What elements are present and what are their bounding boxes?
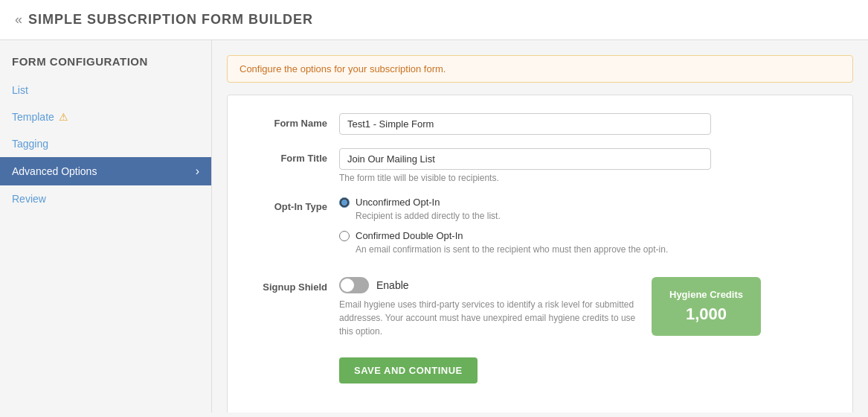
form-title-input[interactable]	[339, 148, 711, 170]
page-title: SIMPLE SUBSCRIPTION FORM BUILDER	[28, 12, 313, 28]
save-button-wrapper: SAVE AND CONTINUE	[339, 351, 478, 383]
back-icon[interactable]: «	[15, 12, 22, 28]
signup-shield-label: Signup Shield	[242, 277, 339, 293]
sidebar-item-template[interactable]: Template ⚠	[0, 104, 211, 130]
optin-type-label: Opt-In Type	[242, 197, 339, 212]
optin-confirmed-radio[interactable]	[339, 231, 350, 241]
save-row: SAVE AND CONTINUE	[242, 351, 838, 383]
sidebar: FORM CONFIGURATION List Template ⚠ Taggi…	[0, 40, 212, 413]
form-title-label: Form Title	[242, 148, 339, 164]
sidebar-item-advanced-left: Advanced Options	[12, 165, 97, 177]
sidebar-item-list[interactable]: List	[0, 77, 211, 104]
sidebar-item-tagging[interactable]: Tagging	[0, 130, 211, 157]
sidebar-item-advanced-options[interactable]: Advanced Options ›	[0, 157, 211, 185]
form-name-label: Form Name	[242, 113, 339, 129]
toggle-row: Enable	[339, 277, 637, 293]
optin-confirmed-option[interactable]: Confirmed Double Opt-In	[339, 230, 711, 241]
signup-shield-row: Signup Shield Enable Email hygiene uses …	[242, 277, 838, 338]
sidebar-section-title: FORM CONFIGURATION	[0, 55, 211, 77]
page-header: « SIMPLE SUBSCRIPTION FORM BUILDER	[0, 0, 868, 40]
sidebar-item-template-left: Template ⚠	[12, 111, 68, 123]
signup-shield-toggle[interactable]	[339, 277, 369, 293]
chevron-right-icon: ›	[196, 165, 199, 178]
form-name-field	[339, 113, 711, 135]
signup-shield-outer: Enable Email hygiene uses third-party se…	[339, 277, 761, 338]
sidebar-item-list-left: List	[12, 84, 28, 96]
optin-type-field: Unconfirmed Opt-In Recipient is added di…	[339, 197, 711, 264]
optin-unconfirmed-radio[interactable]	[339, 197, 350, 208]
form-panel: Form Name Form Title The form title will…	[227, 95, 853, 413]
optin-unconfirmed-option[interactable]: Unconfirmed Opt-In	[339, 197, 711, 208]
toggle-slider	[339, 277, 369, 293]
signup-shield-field: Enable Email hygiene uses third-party se…	[339, 277, 637, 338]
content-area: Configure the options for your subscript…	[212, 40, 868, 413]
toggle-enable-label: Enable	[376, 279, 409, 291]
sidebar-item-tagging-label: Tagging	[12, 138, 48, 150]
sidebar-item-review-left: Review	[12, 193, 46, 205]
sidebar-item-list-label: List	[12, 84, 28, 96]
hygiene-credits-label: Hygiene Credits	[669, 289, 743, 300]
optin-unconfirmed-label: Unconfirmed Opt-In	[356, 197, 440, 208]
hygiene-credits-value: 1,000	[669, 305, 743, 324]
save-label-spacer	[242, 351, 339, 356]
form-name-row: Form Name	[242, 113, 838, 135]
form-title-field: The form title will be visible to recipi…	[339, 148, 711, 183]
save-continue-button[interactable]: SAVE AND CONTINUE	[339, 357, 478, 383]
form-title-row: Form Title The form title will be visibl…	[242, 148, 838, 183]
form-name-input[interactable]	[339, 113, 711, 135]
main-layout: FORM CONFIGURATION List Template ⚠ Taggi…	[0, 40, 868, 413]
optin-confirmed-desc: An email confirmation is sent to the rec…	[356, 244, 711, 255]
warning-icon: ⚠	[59, 111, 68, 123]
info-banner: Configure the options for your subscript…	[227, 55, 853, 83]
optin-unconfirmed-desc: Recipient is added directly to the list.	[356, 211, 711, 221]
signup-shield-desc: Email hygiene uses third-party services …	[339, 298, 637, 338]
form-title-hint: The form title will be visible to recipi…	[339, 173, 711, 183]
sidebar-item-review[interactable]: Review	[0, 185, 211, 212]
sidebar-item-tagging-left: Tagging	[12, 138, 48, 150]
sidebar-item-template-label: Template	[12, 111, 54, 123]
sidebar-item-review-label: Review	[12, 193, 46, 205]
sidebar-item-advanced-label: Advanced Options	[12, 165, 97, 177]
optin-type-row: Opt-In Type Unconfirmed Opt-In Recipient…	[242, 197, 838, 264]
hygiene-credits-box: Hygiene Credits 1,000	[652, 277, 761, 336]
optin-confirmed-label: Confirmed Double Opt-In	[356, 230, 463, 241]
